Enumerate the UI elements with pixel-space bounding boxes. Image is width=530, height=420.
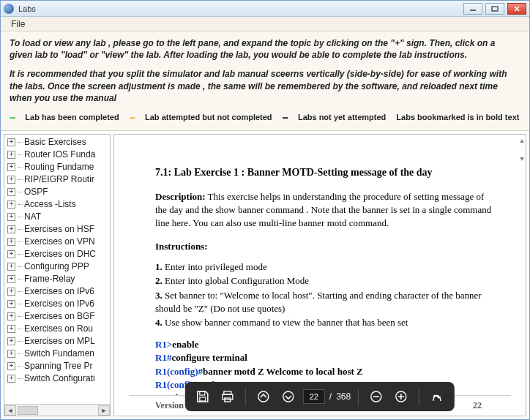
page-current-input[interactable]: 22 [303,389,325,404]
svg-point-10 [283,391,294,402]
expand-icon[interactable]: + [7,337,15,345]
tree-item[interactable]: +Exercises on DHC [4,248,110,260]
doc-scroll-indicator[interactable] [520,139,524,168]
tree-item[interactable]: +NAT [4,211,110,223]
tree-item-label: Routing Fundame [24,162,94,172]
scroll-left-button[interactable]: ◄ [4,405,16,416]
window-controls [463,3,526,15]
legend-attempted: Lab attempted but not completed [145,113,272,121]
doc-step: 4. Use show banner command to view the b… [155,316,496,329]
window-title: Labs [18,4,36,13]
expand-icon[interactable]: + [7,200,15,209]
pdf-toolbar: 22 / 368 [185,382,455,411]
tree-item[interactable]: +Exercises on BGF [4,310,110,323]
tree-item[interactable]: +Exercises on VPN [4,236,110,248]
expand-icon[interactable]: + [7,163,15,171]
expand-icon[interactable]: + [7,325,15,333]
scroll-up-icon[interactable] [520,139,524,143]
minimize-button[interactable] [463,3,482,15]
expand-icon[interactable]: + [7,188,15,196]
tree-item[interactable]: +RIP/EIGRP Routir [4,173,110,186]
legend: -- Lab has been completed -- Lab attempt… [10,111,520,123]
maximize-button[interactable] [485,3,504,15]
tree-item[interactable]: +Exercises on IPv6 [4,285,110,298]
doc-desc-text: This exercise helps in understanding the… [155,191,491,228]
document-content: 7.1: Lab Exercise 1 : Banner MOTD-Settin… [114,135,526,395]
expand-icon[interactable]: + [7,225,15,233]
expand-icon[interactable]: + [7,176,15,184]
document-pane: 7.1: Lab Exercise 1 : Banner MOTD-Settin… [113,134,526,416]
doc-instructions-label: Instructions: [155,240,496,253]
page-down-icon[interactable] [278,386,299,407]
tree-item-label: Switch Fundamen [24,348,94,359]
zoom-in-icon[interactable] [391,386,411,407]
topic-tree[interactable]: +Basic Exercises+Router IOS Funda+Routin… [4,135,110,404]
tree-item[interactable]: +Exercises on MPL [4,335,110,348]
tree-item-label: Exercises on VPN [24,236,95,247]
tree-item-label: Switch Configurati [24,373,95,383]
tree-item-label: RIP/EIGRP Routir [24,174,94,184]
doc-step: 3. Set banner to: "Welcome to local host… [155,289,496,315]
main-split: +Basic Exercises+Router IOS Funda+Routin… [1,131,529,419]
scroll-down-icon[interactable] [520,157,524,161]
tree-item[interactable]: +Exercises on HSF [4,223,110,236]
tree-item[interactable]: +Spanning Tree Pr [4,360,110,372]
close-button[interactable] [507,3,526,15]
tree-item-label: Access -Lists [24,199,76,209]
expand-icon[interactable]: + [7,151,15,159]
doc-command-line: R1>enable [155,338,496,351]
tree-item[interactable]: +Routing Fundame [4,161,110,173]
tree-item[interactable]: +Switch Configurati [4,372,110,385]
menu-file[interactable]: File [7,18,29,31]
tree-item[interactable]: +Basic Exercises [4,136,110,149]
page-total: 368 [336,391,351,402]
tree-item-label: Configuring PPP [24,261,89,271]
tree-item[interactable]: +Frame-Relay [4,273,110,285]
save-icon[interactable] [193,386,213,407]
tree-item[interactable]: +Exercises on Rou [4,323,110,335]
expand-icon[interactable]: + [7,263,15,271]
tree-item-label: Basic Exercises [24,137,86,147]
tree-item[interactable]: +Switch Fundamen [4,348,110,360]
legend-completed: Lab has been completed [25,113,119,121]
tree-item-label: Exercises on DHC [24,249,96,259]
tree-item-label: Exercises on IPv6 [24,299,94,309]
tree-horizontal-scrollbar[interactable]: ◄ ► [4,404,110,416]
expand-icon[interactable]: + [7,375,15,383]
scroll-right-button[interactable]: ► [98,405,110,416]
scroll-thumb[interactable] [18,406,38,415]
svg-rect-7 [223,394,233,400]
doc-desc-label: Description: [155,191,206,202]
tree-pane: +Basic Exercises+Router IOS Funda+Routin… [4,134,111,416]
scroll-track[interactable] [16,405,98,416]
expand-icon[interactable]: + [7,300,15,308]
tree-item[interactable]: +OSPF [4,186,110,198]
expand-icon[interactable]: + [7,250,15,258]
print-icon[interactable] [217,386,238,407]
toolbar-separator [358,388,359,405]
expand-icon[interactable]: + [7,288,15,296]
page-up-icon[interactable] [253,386,274,407]
expand-icon[interactable]: + [7,362,15,370]
expand-icon[interactable]: + [7,350,15,358]
legend-dash-notyet-icon: -- [283,111,288,123]
expand-icon[interactable]: + [7,138,15,146]
zoom-out-icon[interactable] [366,386,387,407]
tree-item[interactable]: +Configuring PPP [4,260,110,273]
toolbar-separator [419,388,419,405]
tree-item-label: Exercises on HSF [24,224,94,234]
tree-item[interactable]: +Router IOS Funda [4,149,110,161]
expand-icon[interactable]: + [7,238,15,246]
expand-icon[interactable]: + [7,213,15,221]
svg-point-9 [258,391,269,402]
expand-icon[interactable]: + [7,275,15,283]
tree-item[interactable]: +Access -Lists [4,198,110,211]
expand-icon[interactable]: + [7,312,15,320]
acrobat-icon[interactable] [427,386,447,407]
doc-step: 2. Enter into global Configuration Mode [155,274,496,288]
tree-item-label: Exercises on IPv6 [24,286,94,296]
tree-item[interactable]: +Exercises on IPv6 [4,298,110,310]
toolbar-separator [245,388,246,405]
window-titlebar: Labs [1,1,529,17]
svg-rect-1 [492,7,498,11]
